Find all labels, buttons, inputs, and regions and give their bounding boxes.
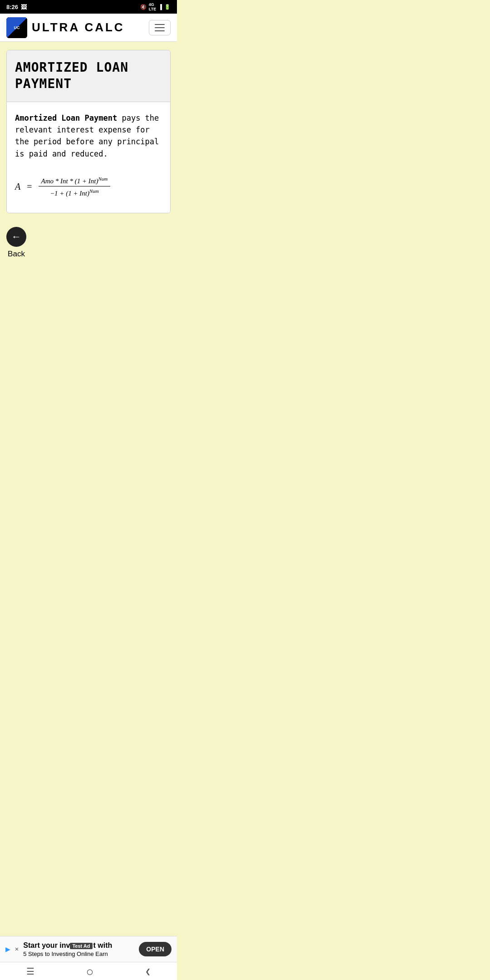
formula: A = Amo * Int * (1 + Int)Num −1 + (1 + I… bbox=[15, 171, 162, 203]
formula-equals: = bbox=[27, 181, 32, 192]
signal-icon: ▐ bbox=[158, 4, 162, 10]
back-label: Back bbox=[8, 250, 25, 259]
menu-button[interactable] bbox=[149, 20, 171, 35]
status-time: 8:26 🖼 bbox=[6, 4, 27, 10]
mute-icon: 🔇 bbox=[140, 4, 147, 10]
formula-fraction: Amo * Int * (1 + Int)Num −1 + (1 + Int)N… bbox=[39, 175, 111, 198]
main-content: AMORTIZED LOANPAYMENT Amortized Loan Pay… bbox=[0, 42, 177, 314]
hamburger-line-1 bbox=[155, 24, 165, 25]
4g-lte-icon: 4GLTE bbox=[149, 2, 156, 11]
numerator-text: Amo * Int * (1 + Int)Num bbox=[41, 177, 108, 185]
back-arrow-icon: ← bbox=[6, 227, 26, 247]
brand-logo: UC bbox=[6, 17, 27, 38]
card-description-bold: Amortized Loan Payment bbox=[15, 113, 117, 122]
battery-icon: 🔋 bbox=[164, 4, 171, 10]
status-icons: 🔇 4GLTE ▐ 🔋 bbox=[140, 2, 171, 11]
card-body: Amortized Loan Payment pays the relevant… bbox=[7, 102, 170, 213]
hamburger-line-3 bbox=[155, 30, 165, 31]
formula-denominator: −1 + (1 + Int)Num bbox=[47, 187, 102, 198]
card-title: AMORTIZED LOANPAYMENT bbox=[15, 59, 162, 93]
brand-logo-text: UC bbox=[14, 25, 20, 30]
status-image-icon: 🖼 bbox=[21, 4, 27, 10]
status-bar: 8:26 🖼 🔇 4GLTE ▐ 🔋 bbox=[0, 0, 177, 14]
hamburger-line-2 bbox=[155, 27, 165, 28]
numerator-exp: Num bbox=[98, 176, 108, 181]
brand-title: ULTRA CALC bbox=[32, 20, 125, 34]
formula-numerator: Amo * Int * (1 + Int)Num bbox=[39, 175, 111, 186]
info-card: AMORTIZED LOANPAYMENT Amortized Loan Pay… bbox=[6, 50, 171, 213]
back-section: ← Back bbox=[6, 222, 171, 268]
card-description: Amortized Loan Payment pays the relevant… bbox=[15, 112, 162, 160]
back-button[interactable]: ← Back bbox=[6, 227, 26, 259]
denominator-text: −1 + (1 + Int)Num bbox=[50, 190, 99, 197]
denominator-exp: Num bbox=[89, 188, 99, 194]
brand: UC ULTRA CALC bbox=[6, 17, 125, 38]
card-header: AMORTIZED LOANPAYMENT bbox=[7, 50, 170, 102]
formula-lhs: A bbox=[15, 181, 20, 192]
time-display: 8:26 bbox=[6, 4, 18, 10]
navbar: UC ULTRA CALC bbox=[0, 14, 177, 42]
